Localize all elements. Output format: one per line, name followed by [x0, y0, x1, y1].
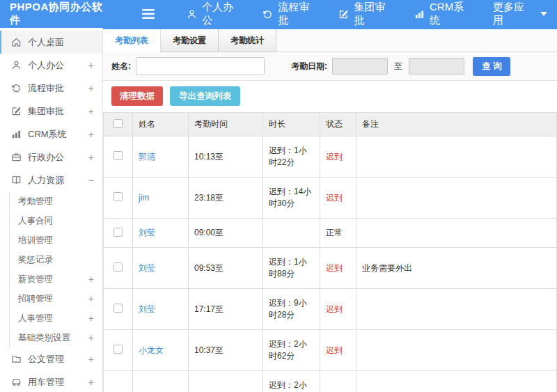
date-to-input[interactable]: [409, 58, 464, 75]
sidebar-subitem[interactable]: 招聘管理+: [0, 289, 102, 308]
duration: 迟到：14小时30分: [263, 178, 320, 219]
duration: 迟到：1小时22分: [263, 136, 320, 178]
row-checkbox[interactable]: [113, 262, 123, 272]
sidebar-subitem[interactable]: 人事合同: [0, 211, 102, 230]
table-row: 管理员10:54至10:54迟到：2小时90分 早退：7小时10分迟到/早退11…: [104, 371, 557, 392]
sidebar-subitem-label: 奖惩记录: [18, 254, 53, 266]
attendance-time: 10:13至: [189, 136, 263, 178]
chart-icon: [414, 9, 425, 19]
top-nav-item[interactable]: CRM系统: [405, 0, 483, 28]
sidebar-subitem[interactable]: 基础类别设置+: [0, 328, 102, 347]
attendance-time: 10:54至10:54: [189, 371, 263, 392]
folder-icon: [10, 354, 22, 364]
expand-toggle-icon[interactable]: +: [88, 332, 94, 343]
expand-toggle-icon[interactable]: +: [88, 106, 94, 117]
sidebar-item-label: 流程审批: [28, 82, 64, 95]
sidebar-subitem-label: 人事合同: [18, 215, 53, 227]
name-filter-input[interactable]: [136, 57, 265, 75]
attendance-time: 09:00至: [189, 219, 263, 248]
employee-name-link[interactable]: jim: [139, 193, 149, 203]
employee-name-link[interactable]: 郭清: [139, 152, 155, 162]
sidebar-subitem[interactable]: 奖惩记录: [0, 250, 102, 269]
top-nav-label: 集团审批: [354, 1, 395, 27]
expand-toggle-icon[interactable]: +: [88, 313, 94, 324]
status-badge: 迟到: [326, 152, 343, 162]
app-logo: PHPOA协同办公软件: [0, 1, 104, 27]
top-nav-label: CRM系统: [430, 1, 473, 27]
sidebar-subitem-label: 培训管理: [18, 235, 53, 246]
expand-toggle-icon[interactable]: +: [88, 354, 94, 365]
duration: [263, 219, 320, 248]
employee-name-link[interactable]: 刘莹: [139, 228, 155, 237]
clean-data-button[interactable]: 清理数据: [111, 86, 163, 106]
top-nav-item[interactable]: 个人办公: [177, 0, 253, 28]
row-checkbox[interactable]: [113, 192, 123, 201]
expand-toggle-icon[interactable]: −: [88, 175, 94, 186]
action-toolbar: 清理数据 导出查询列表: [103, 81, 557, 112]
date-filter-label: 考勤日期:: [291, 61, 327, 72]
top-nav-item[interactable]: 集团审批: [329, 0, 405, 28]
top-nav-item[interactable]: 更多应用: [483, 0, 557, 28]
expand-toggle-icon[interactable]: +: [88, 83, 94, 94]
sidebar-subitem-label: 基础类别设置: [18, 332, 70, 344]
edit-icon: [10, 106, 22, 116]
table-row: 郭清10:13至迟到：1小时22分迟到: [104, 136, 557, 178]
sidebar: 个人桌面个人办公+流程审批+集团审批+CRM系统+行政办公+人力资源−考勤管理人…: [0, 28, 103, 392]
sidebar-item[interactable]: 个人桌面: [0, 31, 102, 54]
top-nav-label: 更多应用: [493, 1, 534, 27]
date-from-input[interactable]: [332, 58, 388, 75]
top-nav-item[interactable]: 流程审批: [253, 0, 329, 28]
row-checkbox[interactable]: [113, 345, 123, 354]
sidebar-subitem-label: 考勤管理: [18, 196, 53, 207]
sidebar-item[interactable]: 个人办公+: [0, 54, 102, 77]
attendance-table-wrap: 姓名 考勤时间 时长 状态 备注 郭清10:13至迟到：1小时22分迟到jim2…: [103, 112, 557, 392]
sidebar-item[interactable]: 行政办公+: [0, 146, 102, 168]
sidebar-item-label: 集团审批: [28, 105, 64, 118]
home-icon: [10, 37, 22, 47]
duration: 迟到：9小时28分: [263, 289, 320, 330]
tab-attendance-settings[interactable]: 考勤设置: [161, 29, 219, 52]
employee-name-link[interactable]: 刘莹: [139, 304, 155, 314]
expand-toggle-icon[interactable]: +: [88, 152, 94, 163]
sidebar-item[interactable]: 用车管理+: [0, 370, 102, 392]
sidebar-subitem[interactable]: 薪资管理+: [0, 269, 102, 289]
sidebar-subitem[interactable]: 考勤管理: [0, 191, 102, 211]
sidebar-item[interactable]: 集团审批+: [0, 100, 102, 123]
sidebar-subitem[interactable]: 培训管理: [0, 230, 102, 250]
tab-attendance-list[interactable]: 考勤列表: [103, 29, 161, 52]
tab-attendance-stats[interactable]: 考勤统计: [219, 29, 276, 52]
table-header-row: 姓名 考勤时间 时长 状态 备注: [104, 113, 557, 136]
car-icon: [10, 377, 22, 387]
expand-toggle-icon[interactable]: +: [88, 274, 94, 285]
sidebar-item-label: 人力资源: [28, 174, 64, 187]
note: [356, 178, 557, 219]
attendance-time: 10:37至: [189, 330, 263, 371]
table-row: 刘莹17:17至迟到：9小时28分迟到: [104, 289, 557, 330]
search-button[interactable]: 查 询: [473, 57, 510, 76]
sidebar-item[interactable]: 流程审批+: [0, 77, 102, 100]
sidebar-item[interactable]: 公文管理+: [0, 347, 102, 370]
employee-name-link[interactable]: 小龙女: [139, 345, 164, 355]
sidebar-item[interactable]: CRM系统+: [0, 123, 102, 146]
menu-toggle-icon[interactable]: [140, 5, 158, 23]
attendance-table: 姓名 考勤时间 时长 状态 备注 郭清10:13至迟到：1小时22分迟到jim2…: [103, 112, 557, 392]
expand-toggle-icon[interactable]: +: [88, 129, 94, 140]
expand-toggle-icon[interactable]: +: [88, 377, 94, 388]
employee-name-link[interactable]: 刘莹: [139, 263, 155, 273]
sidebar-subitem[interactable]: 人事管理+: [0, 308, 102, 328]
row-checkbox[interactable]: [113, 228, 123, 237]
column-header-note: 备注: [356, 113, 557, 136]
select-all-checkbox[interactable]: [113, 119, 123, 128]
top-nav-label: 个人办公: [202, 1, 243, 27]
sidebar-item-label: 用车管理: [28, 376, 64, 389]
attendance-table-body: 郭清10:13至迟到：1小时22分迟到jim23:18至迟到：14小时30分迟到…: [104, 136, 557, 392]
sidebar-subitem-label: 人事管理: [18, 313, 53, 324]
table-row: jim23:18至迟到：14小时30分迟到: [104, 178, 557, 219]
edit-icon: [338, 9, 349, 19]
export-list-button[interactable]: 导出查询列表: [170, 86, 240, 106]
expand-toggle-icon[interactable]: +: [88, 293, 94, 304]
sidebar-item[interactable]: 人力资源−: [0, 168, 102, 191]
row-checkbox[interactable]: [113, 151, 123, 160]
row-checkbox[interactable]: [113, 304, 123, 313]
expand-toggle-icon[interactable]: +: [88, 60, 94, 71]
